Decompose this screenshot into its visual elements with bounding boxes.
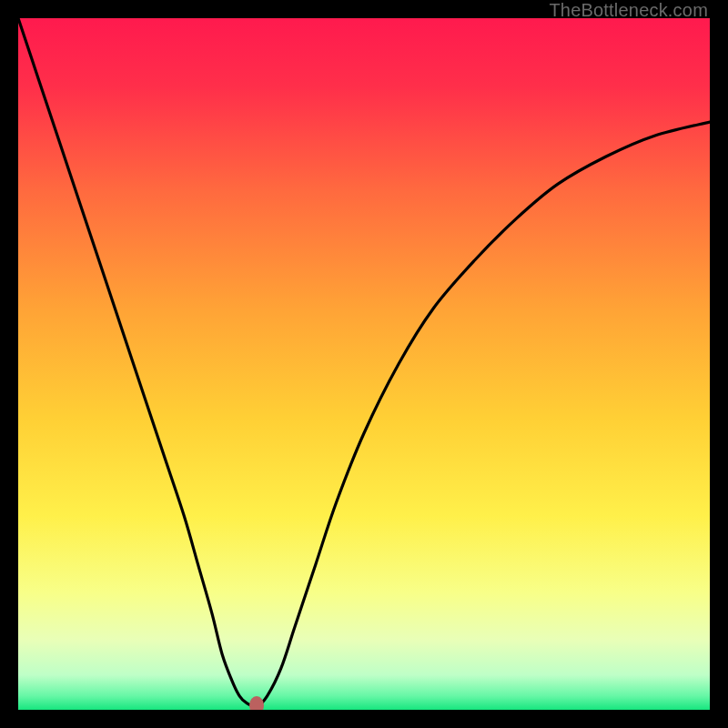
bottleneck-curve — [18, 18, 710, 710]
minimum-marker-icon — [249, 696, 264, 710]
plot-area — [18, 18, 710, 710]
chart-stage: TheBottleneck.com — [0, 0, 728, 728]
